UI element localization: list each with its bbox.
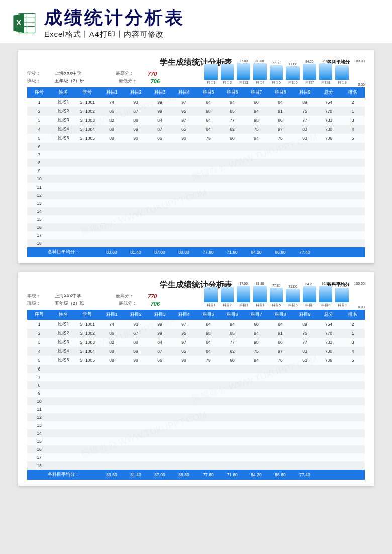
table-cell: 姓名4 <box>51 347 75 356</box>
table-cell: 64 <box>196 98 220 107</box>
table-cell <box>172 207 196 215</box>
table-cell <box>148 453 172 461</box>
table-cell <box>341 437 365 445</box>
table-cell <box>220 381 244 389</box>
table-cell: 88 <box>124 116 148 125</box>
table-cell: 62 <box>220 347 244 356</box>
table-cell: 2 <box>341 98 365 107</box>
table-cell <box>244 167 268 175</box>
highscore-label: 最高分： <box>116 293 134 299</box>
table-cell <box>317 175 341 183</box>
table-cell: 11 <box>27 405 51 413</box>
table-cell <box>51 151 75 159</box>
table-cell: 66 <box>148 134 172 143</box>
table-cell <box>172 437 196 445</box>
table-cell <box>124 429 148 437</box>
table-cell <box>244 397 268 405</box>
table-cell <box>317 389 341 397</box>
table-cell <box>292 159 317 167</box>
table-cell <box>341 429 365 437</box>
table-cell <box>244 421 268 429</box>
table-cell <box>100 223 124 231</box>
table-cell <box>244 405 268 413</box>
table-cell <box>317 437 341 445</box>
table-cell: 91 <box>268 107 292 116</box>
table-cell: 74 <box>100 320 124 329</box>
bar <box>204 287 218 303</box>
table-cell <box>196 381 220 389</box>
table-cell: 63 <box>292 134 317 143</box>
bar-category: 科目8 <box>321 303 330 308</box>
footer-cell: 84.20 <box>244 470 268 480</box>
table-cell <box>268 231 292 239</box>
table-cell <box>292 461 317 470</box>
table-cell <box>268 143 292 151</box>
table-cell: 86 <box>268 338 292 347</box>
table-cell: 76 <box>268 356 292 365</box>
table-cell <box>124 159 148 167</box>
table-row: 13 <box>27 421 365 429</box>
table-cell <box>75 167 100 175</box>
table-header: 序号 <box>27 310 51 320</box>
table-cell <box>51 397 75 405</box>
table-cell: 82 <box>100 116 124 125</box>
table-cell: 98 <box>196 329 220 338</box>
bar-value: 87.00 <box>240 282 248 285</box>
table-cell <box>100 199 124 207</box>
table-cell <box>317 405 341 413</box>
table-cell: 9 <box>27 167 51 175</box>
table-cell <box>51 183 75 191</box>
table-cell: 65 <box>172 125 196 134</box>
table-cell <box>100 461 124 470</box>
table-cell <box>196 239 220 247</box>
footer-cell <box>317 470 341 480</box>
sheet-1: 学生成绩统计分析表学校：上海XXX中学最高分：770班级：五年级（2）班最低分：… <box>18 50 374 263</box>
table-cell <box>268 429 292 437</box>
bar-value: 81.40 <box>223 60 231 64</box>
table-cell <box>292 183 317 191</box>
table-cell <box>51 199 75 207</box>
table-cell <box>341 191 365 199</box>
table-cell <box>124 365 148 373</box>
table-cell <box>292 215 317 223</box>
table-cell: ST1005 <box>75 134 100 143</box>
table-cell <box>196 461 220 470</box>
table-cell <box>268 453 292 461</box>
table-cell <box>172 381 196 389</box>
table-cell: 97 <box>172 320 196 329</box>
table-cell: 88 <box>100 134 124 143</box>
table-cell <box>220 167 244 175</box>
table-cell <box>172 175 196 183</box>
score-table: 序号姓名学号科目1科目2科目3科目4科目5科目6科目7科目8科目9总分排名1姓名… <box>27 310 365 480</box>
table-cell: 姓名5 <box>51 356 75 365</box>
table-cell: 13 <box>27 199 51 207</box>
table-cell <box>100 215 124 223</box>
highscore-value: 770 <box>148 71 157 77</box>
table-cell <box>244 381 268 389</box>
table-cell <box>317 445 341 453</box>
table-cell: 94 <box>244 356 268 365</box>
table-cell <box>124 199 148 207</box>
table-cell <box>75 373 100 381</box>
table-cell: 98 <box>244 116 268 125</box>
table-cell: 730 <box>317 347 341 356</box>
table-cell <box>196 143 220 151</box>
table-cell <box>196 365 220 373</box>
table-cell <box>341 167 365 175</box>
table-row: 9 <box>27 167 365 175</box>
table-cell <box>317 223 341 231</box>
table-cell <box>341 445 365 453</box>
bar <box>204 64 218 80</box>
table-cell: 94 <box>220 98 244 107</box>
table-cell: 94 <box>244 107 268 116</box>
table-cell <box>268 167 292 175</box>
table-cell <box>268 437 292 445</box>
table-cell <box>317 199 341 207</box>
table-cell <box>244 437 268 445</box>
table-cell <box>75 223 100 231</box>
table-cell <box>341 183 365 191</box>
table-cell <box>100 405 124 413</box>
bar <box>253 63 267 80</box>
bar-value: 84.20 <box>305 60 313 63</box>
footer-cell: 88.80 <box>172 247 196 257</box>
